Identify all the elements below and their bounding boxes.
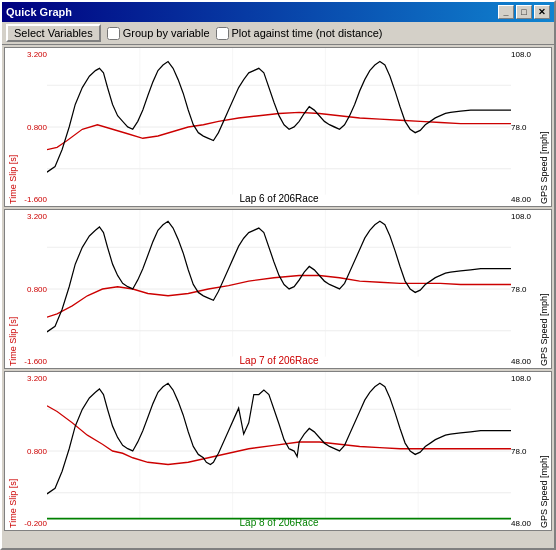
y-scale-right-1-mid: 78.0: [511, 123, 537, 132]
y-axis-label-right-1: GPS Speed [mph]: [537, 48, 551, 206]
graphs-container: Time Slip [s] 3.200 0.800 -1.600: [2, 45, 554, 548]
graph-area-3: Lap 8 of 206Race: [47, 372, 511, 530]
graph-svg-1: [47, 48, 511, 206]
y-scale-right-1-bot: 48.00: [511, 195, 537, 204]
y-scale-left-1-mid: 0.800: [21, 123, 47, 132]
y-scale-right-3-mid: 78.0: [511, 447, 537, 456]
plot-against-time-label: Plot against time (not distance): [232, 27, 383, 39]
y-axis-label-left-3: Time Slip [s]: [5, 372, 21, 530]
graph-panel-lap6: Time Slip [s] 3.200 0.800 -1.600: [4, 47, 552, 207]
y-scale-right-3-top: 108.0: [511, 374, 537, 383]
lap-label-3: Lap 8 of 206Race: [47, 517, 511, 528]
y-scale-left-2-mid: 0.800: [21, 285, 47, 294]
y-scale-left-2: 3.200 0.800 -1.600: [21, 210, 47, 368]
y-scale-right-1: 108.0 78.0 48.00: [511, 48, 537, 206]
y-scale-left-1-bot: -1.600: [21, 195, 47, 204]
group-by-variable-label: Group by variable: [123, 27, 210, 39]
y-scale-left-1: 3.200 0.800 -1.600: [21, 48, 47, 206]
y-scale-left-2-bot: -1.600: [21, 357, 47, 366]
y-scale-right-3: 108.0 78.0 48.00: [511, 372, 537, 530]
plot-against-time-checkbox-group: Plot against time (not distance): [216, 27, 383, 40]
y-axis-label-right-2: GPS Speed [mph]: [537, 210, 551, 368]
toolbar: Select Variables Group by variable Plot …: [2, 22, 554, 45]
y-scale-left-2-top: 3.200: [21, 212, 47, 221]
window-title: Quick Graph: [6, 6, 72, 18]
graph-area-2: Lap 7 of 206Race: [47, 210, 511, 368]
y-scale-left-1-top: 3.200: [21, 50, 47, 59]
window-controls: _ □ ✕: [498, 5, 550, 19]
y-axis-label-left-1: Time Slip [s]: [5, 48, 21, 206]
y-scale-right-1-top: 108.0: [511, 50, 537, 59]
graph-svg-3: [47, 372, 511, 530]
main-window: Quick Graph _ □ ✕ Select Variables Group…: [0, 0, 556, 550]
close-button[interactable]: ✕: [534, 5, 550, 19]
group-by-variable-checkbox[interactable]: [107, 27, 120, 40]
y-scale-left-3-top: 3.200: [21, 374, 47, 383]
y-axis-label-left-2: Time Slip [s]: [5, 210, 21, 368]
title-bar: Quick Graph _ □ ✕: [2, 2, 554, 22]
y-scale-left-3: 3.200 0.800 -0.200: [21, 372, 47, 530]
minimize-button[interactable]: _: [498, 5, 514, 19]
y-scale-left-3-mid: 0.800: [21, 447, 47, 456]
graph-panel-lap7: Time Slip [s] 3.200 0.800 -1.600: [4, 209, 552, 369]
lap-label-2: Lap 7 of 206Race: [47, 355, 511, 366]
graph-panel-lap8: Time Slip [s] 3.200 0.800 -0.200: [4, 371, 552, 531]
y-axis-label-right-3: GPS Speed [mph]: [537, 372, 551, 530]
y-scale-left-3-bot: -0.200: [21, 519, 47, 528]
group-by-variable-checkbox-group: Group by variable: [107, 27, 210, 40]
y-scale-right-2-bot: 48.00: [511, 357, 537, 366]
y-scale-right-2-mid: 78.0: [511, 285, 537, 294]
select-variables-button[interactable]: Select Variables: [6, 24, 101, 42]
y-scale-right-2: 108.0 78.0 48.00: [511, 210, 537, 368]
graph-area-1: Lap 6 of 206Race: [47, 48, 511, 206]
graph-svg-2: [47, 210, 511, 368]
lap-label-1: Lap 6 of 206Race: [47, 193, 511, 204]
plot-against-time-checkbox[interactable]: [216, 27, 229, 40]
maximize-button[interactable]: □: [516, 5, 532, 19]
y-scale-right-3-bot: 48.00: [511, 519, 537, 528]
y-scale-right-2-top: 108.0: [511, 212, 537, 221]
